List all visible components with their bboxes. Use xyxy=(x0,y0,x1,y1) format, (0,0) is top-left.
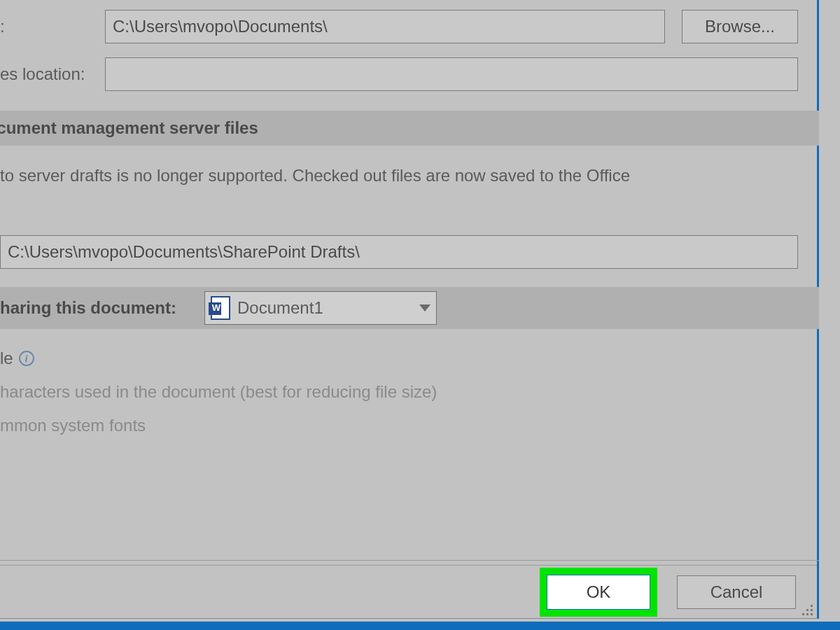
options-dialog: : C:\Users\mvopo\Documents\ Browse... es… xyxy=(0,0,819,619)
sharing-section-header: haring this document: Document1 xyxy=(0,287,819,329)
embed-fonts-label: le xyxy=(0,349,13,368)
ok-button-highlight: OK xyxy=(540,568,657,617)
file-location-input[interactable]: C:\Users\mvopo\Documents\ xyxy=(105,10,665,43)
browse-button[interactable]: Browse... xyxy=(682,10,798,43)
server-drafts-path-input[interactable]: C:\Users\mvopo\Documents\SharePoint Draf… xyxy=(0,235,798,269)
embed-only-chars-option: haracters used in the document (best for… xyxy=(0,382,437,402)
info-icon[interactable]: i xyxy=(19,351,34,366)
word-document-icon xyxy=(211,296,230,320)
file-location-label: : xyxy=(0,17,105,36)
resize-grip[interactable] xyxy=(799,601,813,615)
server-drafts-note: to server drafts is no longer supported.… xyxy=(0,162,798,189)
sharing-section-label: haring this document: xyxy=(0,298,176,318)
cancel-button[interactable]: Cancel xyxy=(677,575,796,609)
embed-fonts-line: le i xyxy=(0,349,34,368)
templates-location-row: es location: xyxy=(0,57,812,91)
dialog-footer: OK Cancel xyxy=(0,565,817,618)
embed-system-fonts-option: mmon system fonts xyxy=(0,416,146,435)
ok-button[interactable]: OK xyxy=(547,575,650,610)
templates-location-input[interactable] xyxy=(105,57,798,91)
document-dropdown-value: Document1 xyxy=(237,298,323,318)
document-dropdown[interactable]: Document1 xyxy=(204,291,437,325)
templates-location-label: es location: xyxy=(0,64,105,84)
file-location-row: : C:\Users\mvopo\Documents\ Browse... xyxy=(0,10,812,43)
chevron-down-icon xyxy=(419,304,430,312)
window-chrome-strip xyxy=(0,622,840,630)
server-files-section-header: r document management server files xyxy=(0,111,819,146)
